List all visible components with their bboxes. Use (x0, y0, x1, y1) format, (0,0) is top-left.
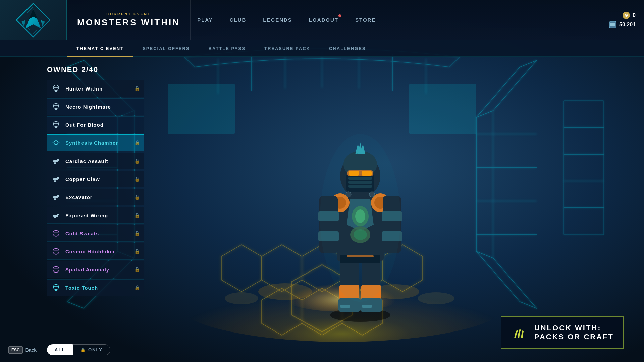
svg-point-101 (54, 87, 56, 88)
item-synthesis-chamber[interactable]: Synthesis Chamber 🔒 (47, 134, 144, 151)
item-name: Toxic Touch (65, 285, 131, 291)
svg-point-109 (54, 123, 56, 124)
item-name: Hunter Within (65, 86, 131, 92)
apex-logo (15, 2, 52, 39)
svg-point-111 (54, 141, 58, 145)
svg-rect-123 (54, 217, 56, 218)
tab-thematic-event[interactable]: THEMATIC EVENT (67, 41, 133, 57)
svg-point-135 (54, 286, 56, 287)
svg-rect-56 (362, 305, 372, 308)
lock-icon: 🔒 (134, 176, 140, 182)
item-icon-face (51, 228, 61, 239)
svg-point-127 (53, 248, 59, 254)
unlock-text-line2: PACKS OR CRAFT (534, 333, 614, 341)
currency-area: ⊙ 0 50,201 (601, 0, 644, 40)
item-necro-nightmare[interactable]: Necro Nightmare (47, 98, 144, 115)
nav-tab-loadout[interactable]: LOADOUT (309, 14, 338, 25)
svg-point-131 (55, 268, 56, 269)
item-name: Cold Sweats (65, 231, 131, 236)
character-display (297, 117, 424, 325)
svg-point-99 (53, 85, 59, 90)
svg-rect-100 (55, 90, 57, 92)
tab-special-offers[interactable]: SPECIAL OFFERS (133, 41, 199, 57)
item-name: Exposed Wiring (65, 213, 131, 218)
svg-rect-117 (54, 180, 56, 182)
item-name: Cosmic Hitchhiker (65, 249, 131, 254)
lock-icon: 🔒 (134, 194, 140, 200)
item-cosmic-hitchhiker[interactable]: Cosmic Hitchhiker 🔒 (47, 243, 144, 260)
craft-value: 50,201 (619, 22, 636, 28)
main-nav: PLAY CLUB LEGENDS LOADOUT STORE (191, 0, 601, 40)
svg-point-130 (53, 266, 59, 273)
currency-craft: 50,201 (609, 21, 636, 28)
lock-icon: 🔒 (134, 267, 140, 272)
filter-locked-button[interactable]: 🔒 ONLY (73, 344, 110, 355)
item-excavator[interactable]: Excavator 🔒 (47, 189, 144, 205)
svg-point-103 (53, 103, 59, 109)
item-icon-face3 (51, 264, 61, 275)
item-icon-gun (51, 156, 61, 166)
lock-icon: 🔒 (134, 86, 140, 91)
nav-tab-club[interactable]: CLUB (230, 14, 247, 25)
esc-key: ESC (8, 346, 23, 354)
item-icon-gun3 (51, 192, 61, 202)
owned-label: OWNED 2/40 (47, 65, 144, 74)
item-cold-sweats[interactable]: Cold Sweats 🔒 (47, 225, 144, 242)
gold-icon: ⊙ (623, 12, 630, 19)
svg-point-90 (320, 134, 400, 302)
item-name: Spatial Anomaly (65, 267, 131, 273)
esc-back[interactable]: ESC Back (8, 346, 37, 354)
svg-point-126 (57, 232, 58, 233)
loadout-notification (338, 14, 341, 17)
tab-treasure-pack[interactable]: TREASURE PACK (255, 41, 320, 57)
item-name: Copper Claw (65, 176, 131, 182)
nav-tab-play[interactable]: PLAY (197, 14, 213, 25)
item-hunter-within[interactable]: Hunter Within 🔒 (47, 80, 144, 97)
svg-point-106 (56, 105, 58, 106)
svg-point-129 (57, 250, 58, 251)
tab-battle-pass[interactable]: BATTLE PASS (199, 41, 255, 57)
svg-rect-122 (57, 214, 59, 215)
nav-tab-legends[interactable]: LEGENDS (263, 14, 292, 25)
currency-gold: ⊙ 0 (623, 12, 636, 19)
item-icon-gun2 (51, 174, 61, 184)
svg-rect-108 (55, 126, 57, 128)
item-spatial-anomaly[interactable]: Spatial Anomaly 🔒 (47, 261, 144, 278)
craft-icon (609, 21, 616, 28)
item-copper-claw[interactable]: Copper Claw 🔒 (47, 171, 144, 187)
left-panel: OWNED 2/40 Hunter Within 🔒 Necro Nightma… (0, 57, 151, 362)
unlock-panel: UNLOCK WITH: PACKS OR CRAFT (501, 316, 624, 349)
svg-point-136 (56, 286, 58, 287)
item-name: Out For Blood (65, 122, 140, 128)
current-event-section: CURRENT EVENT MONSTERS WITHIN (67, 0, 191, 40)
svg-rect-55 (340, 305, 350, 308)
item-exposed-wiring[interactable]: Exposed Wiring 🔒 (47, 207, 144, 224)
nav-tab-store[interactable]: STORE (355, 14, 376, 25)
item-name: Cardiac Assault (65, 158, 131, 164)
item-icon-face2 (51, 246, 61, 257)
item-icon-skull3 (51, 282, 61, 293)
item-out-for-blood[interactable]: Out For Blood (47, 116, 144, 133)
item-cardiac-assault[interactable]: Cardiac Assault 🔒 (47, 153, 144, 169)
lock-icon: 🔒 (134, 249, 140, 254)
svg-point-105 (54, 105, 56, 106)
item-toxic-touch[interactable]: Toxic Touch 🔒 (47, 279, 144, 296)
svg-rect-119 (57, 195, 59, 197)
item-list: Hunter Within 🔒 Necro Nightmare Out For … (47, 80, 144, 296)
lock-icon: 🔒 (134, 213, 140, 218)
tab-challenges[interactable]: CHALLENGES (320, 41, 375, 57)
svg-point-125 (55, 232, 56, 233)
lock-icon: 🔒 (134, 158, 140, 164)
filter-all-button[interactable]: ALL (47, 344, 73, 355)
item-name: Excavator (65, 194, 131, 200)
svg-rect-120 (54, 198, 56, 200)
event-title: MONSTERS WITHIN (77, 17, 180, 28)
item-name: Necro Nightmare (65, 104, 140, 110)
unlock-claw-icon (511, 323, 528, 342)
svg-point-107 (53, 121, 59, 127)
current-event-label: CURRENT EVENT (106, 12, 151, 16)
svg-rect-104 (55, 108, 57, 110)
logo-area (0, 0, 67, 40)
svg-rect-113 (57, 159, 59, 161)
svg-point-110 (56, 123, 58, 124)
